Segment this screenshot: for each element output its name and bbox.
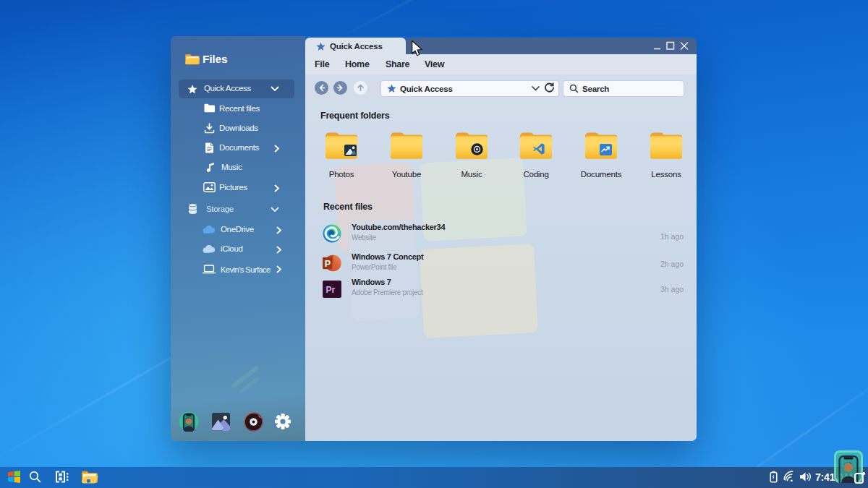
svg-text:P: P [325,259,331,269]
svg-text:Pr: Pr [326,285,336,295]
